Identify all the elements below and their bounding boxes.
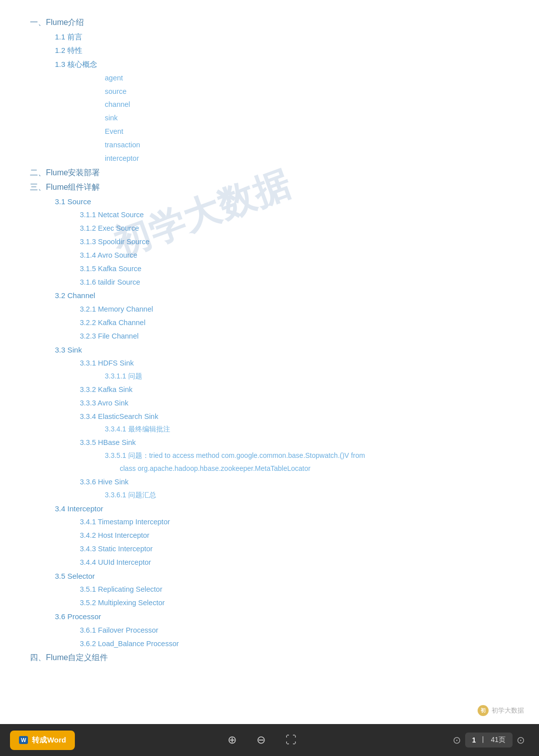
toc-item[interactable]: 3.3.2 Kafka Sink [80,383,509,396]
toc-item[interactable]: 3.1.3 Spooldir Source [80,235,509,249]
fullscreen-icon: ⛶ [285,734,296,747]
prev-page-button[interactable]: ⊙ [449,732,465,748]
toc-item[interactable]: 3.3 Sink [55,343,509,357]
bottom-logo: 初 初学大数据 [478,705,524,716]
toc-item[interactable]: 3.4 Interceptor [55,502,509,516]
toc-item[interactable]: 3.5 Selector [55,569,509,583]
toc-item[interactable]: 四、Flume自定义组件 [30,650,509,665]
toc-item[interactable]: 3.5.1 Replicating Selector [80,583,509,596]
word-icon: W [19,736,28,744]
convert-label: 转成Word [32,736,66,745]
toc-item[interactable]: 3.6.2 Load_Balance Processor [80,637,509,651]
page-separator: 丨 [480,736,487,745]
toc-item[interactable]: interceptor [105,152,509,165]
zoom-in-button[interactable]: ⊕ [218,730,247,751]
toc-item[interactable]: 3.3.6 Hive Sink [80,475,509,489]
toc-item[interactable]: 3.2.3 File Channel [80,330,509,343]
toc-item[interactable]: 1.2 特性 [55,43,509,57]
toc-item[interactable]: 3.6.1 Failover Processor [80,624,509,637]
toc-item[interactable]: 3.3.5.1 问题：tried to access method com.go… [105,449,509,462]
toc-item[interactable]: 3.4.2 Host Interceptor [80,529,509,542]
logo-icon: 初 [478,705,489,716]
toc-item[interactable]: 3.1.5 Kafka Source [80,262,509,276]
next-page-button[interactable]: ⊙ [513,732,529,748]
toc-item[interactable]: 3.1.1 Netcat Source [80,208,509,222]
toc-item[interactable]: source [105,85,509,98]
bottom-toolbar: W 转成Word ⊕ ⊖ ⛶ ⊙ 1 丨 41页 ⊙ [0,724,539,756]
next-icon: ⊙ [517,735,525,746]
logo-text: 初学大数据 [492,706,524,715]
toc-item[interactable]: 3.4.4 UUId Interceptor [80,556,509,569]
zoom-out-button[interactable]: ⊖ [247,730,275,751]
toc-item[interactable]: 3.2.2 Kafka Channel [80,316,509,330]
toc-item[interactable]: Event [105,125,509,138]
zoom-in-icon: ⊕ [228,734,237,747]
page-total: 41页 [491,736,506,745]
toc-item[interactable]: 3.6 Processor [55,610,509,624]
toc-item[interactable]: channel [105,98,509,111]
toc-item[interactable]: 3.3.6.1 问题汇总 [105,489,509,502]
toc-item[interactable]: 3.1 Source [55,195,509,209]
convert-word-button[interactable]: W 转成Word [10,731,75,750]
toc-item[interactable]: 3.3.1 HDFS Sink [80,357,509,370]
toc-item[interactable]: 二、Flume安装部署 [30,165,509,180]
toc-item[interactable]: sink [105,111,509,125]
toc-item[interactable]: 3.1.2 Exec Source [80,222,509,235]
toc-item[interactable]: 3.3.4.1 最终编辑批注 [105,423,509,436]
toc-item[interactable]: 3.2.1 Memory Channel [80,303,509,316]
toc-item[interactable]: 3.1.4 Avro Source [80,249,509,262]
prev-icon: ⊙ [453,735,461,746]
toc-container: 一、Flume介绍1.1 前言1.2 特性1.3 核心概念agentsource… [0,0,539,715]
toc-item[interactable]: 3.3.4 ElasticSearch Sink [80,410,509,423]
page-current: 1 [472,736,476,744]
zoom-out-icon: ⊖ [257,734,266,747]
page-info: 1 丨 41页 [465,733,513,748]
toc-item[interactable]: 一、Flume介绍 [30,15,509,30]
toc-item[interactable]: 3.3.5 HBase Sink [80,436,509,449]
toc-item[interactable]: class org.apache.hadoop.hbase.zookeeper.… [120,462,509,475]
toc-item[interactable]: 3.5.2 Multiplexing Selector [80,596,509,610]
toc-item[interactable]: 3.3.1.1 问题 [105,370,509,383]
toc-item[interactable]: agent [105,71,509,85]
toc-item[interactable]: 3.1.6 taildir Source [80,276,509,289]
toc-item[interactable]: 3.4.1 Timestamp Interceptor [80,515,509,529]
toc-item[interactable]: 3.2 Channel [55,289,509,303]
toc-item[interactable]: 1.1 前言 [55,30,509,44]
toc-item[interactable]: transaction [105,138,509,152]
toc-item[interactable]: 三、Flume组件详解 [30,180,509,195]
fullscreen-button[interactable]: ⛶ [275,730,306,751]
toc-item[interactable]: 1.3 核心概念 [55,57,509,71]
toc-item[interactable]: 3.3.3 Avro Sink [80,396,509,410]
toc-item[interactable]: 3.4.3 Static Interceptor [80,542,509,556]
